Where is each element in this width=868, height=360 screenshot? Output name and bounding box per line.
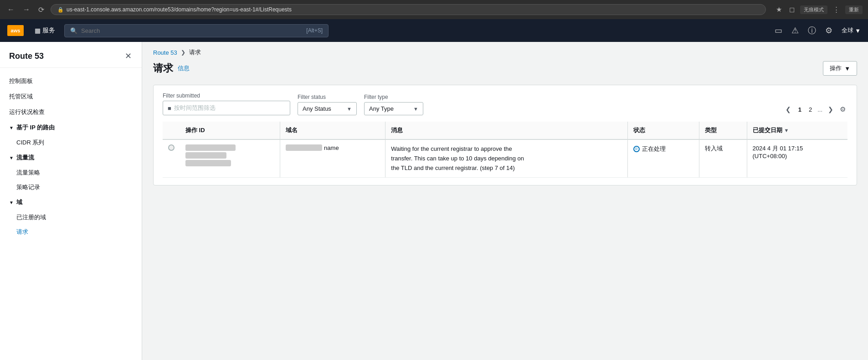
sidebar-item-label: 已注册的域 [16, 214, 46, 221]
domain-cell: name [280, 139, 385, 178]
col-label: 操作 ID [185, 127, 205, 134]
operation-id-line2 [185, 152, 226, 159]
chevron-down-icon: ▼ [9, 125, 14, 130]
info-link[interactable]: 信息 [178, 64, 190, 72]
sidebar-item-cidr[interactable]: CIDR 系列 [0, 135, 142, 150]
sidebar-close-button[interactable]: ✕ [124, 50, 133, 62]
help-icon[interactable]: ⓘ [808, 25, 816, 36]
page-header: 请求 信息 操作 ▼ [153, 61, 857, 76]
col-header-submitted-date[interactable]: 已提交日期 ▼ [747, 122, 847, 139]
breadcrumb: Route 53 ❯ 请求 [142, 42, 868, 61]
sidebar-section-label: 基于 IP 的路由 [16, 123, 55, 132]
chevron-down-icon: ▼ [844, 65, 850, 72]
filter-status-label: Filter status [298, 94, 357, 100]
pagination-page-2[interactable]: 2 [806, 104, 815, 115]
col-header-domain: 域名 [280, 122, 385, 139]
sidebar: Route 53 ✕ 控制面板 托管区域 运行状况检查 ▼ 基于 IP 的路由 … [0, 42, 142, 360]
type-label: 转入域 [705, 145, 723, 152]
stealth-mode-label: 无痕模式 [800, 5, 827, 14]
col-header-message: 消息 [385, 122, 628, 139]
sidebar-item-label: 控制面板 [9, 77, 33, 85]
filter-type-select[interactable]: Any Type ▼ [364, 102, 423, 115]
operation-id-line3 [185, 160, 231, 166]
services-button[interactable]: ▦ 服务 [31, 25, 59, 36]
sidebar-item-health-checks[interactable]: 运行状况检查 [0, 104, 142, 120]
sidebar-item-label: 流量策略 [16, 169, 40, 176]
col-header-status: 状态 [627, 122, 699, 139]
filter-status-select[interactable]: Any Status ▼ [298, 102, 357, 115]
sidebar-section-traffic[interactable]: ▼ 流量流 [0, 150, 142, 165]
search-bar[interactable]: 🔍 [Alt+S] [64, 24, 329, 37]
forward-button[interactable]: → [21, 4, 32, 15]
terminal-icon[interactable]: ▭ [775, 26, 782, 36]
operation-id-cell [180, 139, 280, 178]
submitted-date-cell: 2024 4 月 01 17:15 (UTC+08:00) [747, 139, 847, 178]
filter-status-group: Filter status Any Status ▼ [298, 94, 357, 115]
bell-icon[interactable]: ⚠ [791, 26, 799, 36]
reload-button[interactable]: ⟳ [36, 4, 46, 16]
sidebar-section-label: 域 [16, 198, 22, 206]
sidebar-nav: 控制面板 托管区域 运行状况检查 ▼ 基于 IP 的路由 CIDR 系列 ▼ 流… [0, 68, 142, 245]
col-label: 状态 [633, 127, 645, 134]
row-selector[interactable] [168, 144, 175, 151]
sidebar-section-ip-routing[interactable]: ▼ 基于 IP 的路由 [0, 120, 142, 135]
status-cell: ⊙ 正在处理 [627, 139, 699, 178]
data-table: 操作 ID 域名 消息 状态 类 [163, 122, 847, 178]
filter-type-value: Any Type [369, 105, 411, 112]
back-button[interactable]: ← [5, 4, 16, 15]
services-label: 服务 [42, 26, 55, 35]
url-text: us-east-1.console.aws.amazon.com/route53… [67, 6, 292, 13]
breadcrumb-current: 请求 [189, 48, 201, 57]
sidebar-section-domains[interactable]: ▼ 域 [0, 195, 142, 210]
sidebar-item-dashboard[interactable]: 控制面板 [0, 73, 142, 89]
chevron-down-icon: ▼ [9, 200, 14, 205]
sidebar-item-hosted-zones[interactable]: 托管区域 [0, 89, 142, 104]
chevron-down-icon: ▼ [9, 155, 14, 160]
message-text: Waiting for the current registrar to app… [391, 144, 528, 173]
menu-button[interactable]: ⋮ [831, 4, 842, 15]
sidebar-item-registered-domains[interactable]: 已注册的域 [0, 210, 142, 225]
chevron-down-icon: ▼ [855, 27, 861, 34]
chevron-down-icon: ▼ [413, 106, 418, 112]
browser-bar: ← → ⟳ 🔒 us-east-1.console.aws.amazon.com… [0, 0, 868, 19]
breadcrumb-separator: ❯ [181, 49, 185, 56]
pagination-page-1[interactable]: 1 [796, 104, 804, 115]
breadcrumb-parent-link[interactable]: Route 53 [153, 49, 177, 56]
filter-submitted-input[interactable]: ■ 按时间范围筛选 [163, 101, 290, 115]
sidebar-item-label: CIDR 系列 [16, 139, 44, 146]
status-label: 正在处理 [642, 145, 666, 153]
pagination: ❮ 1 2 ... ❯ ⚙ [783, 103, 847, 115]
page-header-left: 请求 信息 [153, 62, 190, 75]
sidebar-item-label: 运行状况检查 [9, 108, 45, 116]
status-badge: ⊙ 正在处理 [633, 145, 666, 153]
col-label: 已提交日期 [753, 126, 782, 134]
col-label: 域名 [286, 127, 298, 134]
pagination-next-button[interactable]: ❯ [825, 104, 836, 115]
aws-topnav: aws ▦ 服务 🔍 [Alt+S] ▭ ⚠ ⓘ ⚙ 全球 ▼ [0, 19, 868, 42]
sidebar-title: Route 53 [9, 51, 44, 61]
reload-label: 重新 [845, 5, 863, 14]
sidebar-item-requests[interactable]: 请求 [0, 225, 142, 239]
sort-icon: ▼ [784, 128, 789, 133]
address-bar[interactable]: 🔒 us-east-1.console.aws.amazon.com/route… [51, 4, 766, 15]
sidebar-item-traffic-policy[interactable]: 流量策略 [0, 165, 142, 180]
settings-icon[interactable]: ⚙ [825, 26, 832, 36]
sidebar-item-policy-records[interactable]: 策略记录 [0, 180, 142, 195]
region-button[interactable]: 全球 ▼ [842, 26, 861, 35]
pagination-settings-button[interactable]: ⚙ [838, 103, 847, 115]
actions-button[interactable]: 操作 ▼ [823, 61, 857, 76]
pagination-prev-button[interactable]: ❮ [783, 104, 794, 115]
pagination-dots: ... [817, 106, 823, 113]
bookmark-button[interactable]: ★ [774, 4, 784, 15]
search-shortcut: [Alt+S] [306, 27, 323, 34]
table-row: name Waiting for the current registrar t… [163, 139, 847, 178]
page-content: 请求 信息 操作 ▼ Filter submitted ■ 按时间范围筛选 [142, 61, 868, 196]
processing-icon: ⊙ [633, 146, 640, 152]
filter-type-group: Filter type Any Type ▼ [364, 94, 423, 115]
search-input[interactable] [81, 27, 303, 34]
col-label: 类型 [705, 127, 717, 134]
col-label: 消息 [391, 127, 403, 134]
filter-status-value: Any Status [303, 105, 344, 112]
region-label: 全球 [842, 26, 853, 35]
phone-button[interactable]: ◻ [787, 4, 796, 15]
